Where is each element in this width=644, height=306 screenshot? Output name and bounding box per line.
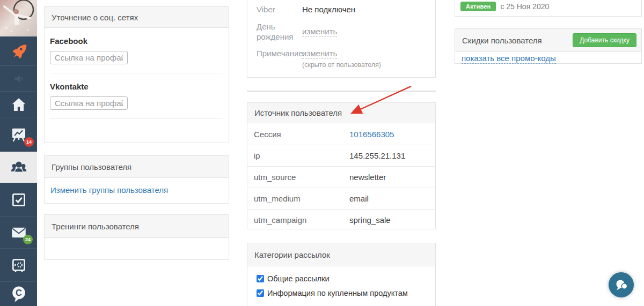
user-status-panel: Активен с 25 Ноя 2020 bbox=[455, 0, 642, 17]
groups-panel-title: Группы пользователя bbox=[52, 162, 131, 171]
categories-panel-body: Общие рассылки Информация по купленным п… bbox=[247, 266, 435, 297]
facebook-label: Facebook bbox=[50, 36, 223, 46]
social-panel-title: Уточнение о соц. сетях bbox=[52, 13, 138, 22]
sidebar-item-broadcasts[interactable] bbox=[0, 65, 37, 91]
utm-source-value: newsletter bbox=[349, 173, 386, 182]
user-trainings-panel: Тренинги пользователя bbox=[44, 214, 229, 260]
general-mailings-checkbox[interactable] bbox=[257, 275, 264, 282]
trainings-panel-title: Тренинги пользователя bbox=[52, 222, 139, 231]
checkbox-row-general: Общие рассылки bbox=[247, 274, 435, 283]
contact-row-birthday: День рождения изменить bbox=[247, 22, 435, 42]
categories-panel-title: Категории рассылок bbox=[254, 250, 330, 259]
rocket-icon bbox=[10, 43, 27, 60]
show-promocodes-link[interactable]: показать все промо-коды bbox=[462, 54, 556, 64]
mailing-categories-panel: Категории рассылок Общие рассылки Информ… bbox=[247, 243, 436, 306]
social-networks-panel: Уточнение о соц. сетях Facebook Vkontakt… bbox=[44, 6, 229, 143]
contact-row-viber: Viber Не подключен bbox=[247, 5, 435, 15]
session-label: Сессия bbox=[254, 130, 349, 139]
tasks-icon bbox=[10, 191, 27, 208]
sidebar-item-mail[interactable]: 24 bbox=[0, 216, 37, 248]
note-label: Примечание bbox=[257, 49, 302, 69]
user-discounts-panel: Скидки пользователя Добавить скидку пока… bbox=[455, 28, 642, 64]
user-groups-panel: Группы пользователя Изменить группы поль… bbox=[44, 155, 229, 204]
table-row: ip 145.255.21.131 bbox=[247, 145, 435, 166]
contact-details-panel: Viber Не подключен День рождения изменит… bbox=[247, 0, 436, 78]
status-since-date: с 25 Ноя 2020 bbox=[500, 2, 549, 11]
megaphone-icon bbox=[12, 72, 26, 86]
utm-medium-value: email bbox=[349, 194, 369, 203]
viber-label: Viber bbox=[257, 5, 302, 15]
status-badge: Активен bbox=[460, 2, 496, 11]
section-divider bbox=[247, 91, 436, 92]
note-hint: (скрыто от пользователя) bbox=[302, 61, 381, 69]
discounts-panel-title: Скидки пользователя bbox=[462, 36, 542, 45]
sidebar-avatar-photo bbox=[0, 0, 37, 36]
divider bbox=[50, 73, 223, 73]
groups-panel-header: Группы пользователя bbox=[45, 156, 229, 178]
checkbox-row-products: Информация по купленным продуктам bbox=[247, 289, 435, 297]
add-discount-button[interactable]: Добавить скидку bbox=[573, 33, 636, 47]
discounts-panel-body: показать все промо-коды bbox=[455, 52, 641, 64]
mail-badge: 24 bbox=[23, 235, 33, 244]
source-table: Сессия 1016566305 ip 145.255.21.131 utm_… bbox=[247, 123, 435, 230]
contact-panel-body: Viber Не подключен День рождения изменит… bbox=[247, 0, 435, 69]
ip-value: 145.255.21.131 bbox=[349, 151, 405, 160]
analytics-badge: 14 bbox=[24, 137, 34, 147]
viber-value: Не подключен bbox=[302, 5, 355, 15]
ip-label: ip bbox=[254, 151, 349, 160]
utm-campaign-label: utm_campaign bbox=[254, 215, 349, 225]
purchased-products-label: Информация по купленным продуктам bbox=[267, 289, 408, 297]
utm-source-label: utm_source bbox=[254, 173, 349, 182]
sidebar-item-payments[interactable] bbox=[0, 248, 37, 281]
categories-panel-header: Категории рассылок bbox=[247, 243, 435, 266]
edit-user-groups-link[interactable]: Изменить группы пользователя bbox=[50, 185, 168, 195]
session-id-link[interactable]: 1016566305 bbox=[349, 130, 394, 139]
safe-icon bbox=[10, 257, 27, 274]
edit-birthday-link[interactable]: изменить bbox=[302, 27, 337, 37]
table-row: utm_campaign spring_sale bbox=[247, 209, 435, 230]
contact-row-note: Примечание изменить (скрыто от пользоват… bbox=[247, 49, 435, 69]
chatium-logo-icon: C bbox=[10, 285, 27, 303]
sidebar-item-launch[interactable] bbox=[0, 36, 37, 65]
general-mailings-label: Общие рассылки bbox=[267, 274, 330, 283]
sidebar: 14 24 bbox=[0, 0, 37, 306]
table-row: Сессия 1016566305 bbox=[247, 123, 435, 145]
trainings-panel-body bbox=[45, 238, 229, 260]
source-panel-title: Источник пользователя bbox=[254, 108, 342, 117]
sidebar-item-analytics[interactable]: 14 bbox=[0, 117, 37, 152]
home-icon bbox=[10, 96, 27, 113]
support-chat-button[interactable] bbox=[609, 272, 634, 297]
divider bbox=[50, 118, 223, 119]
vkontakte-label: Vkontakte bbox=[50, 82, 223, 91]
social-panel-body: Facebook Vkontakte bbox=[45, 28, 229, 119]
facebook-profile-input[interactable] bbox=[50, 51, 128, 64]
utm-campaign-value: spring_sale bbox=[349, 215, 391, 225]
utm-medium-label: utm_medium bbox=[254, 194, 349, 203]
table-row: utm_medium email bbox=[247, 188, 435, 209]
groups-panel-body: Изменить группы пользователя bbox=[45, 178, 229, 202]
birthday-label: День рождения bbox=[257, 22, 302, 42]
discounts-panel-header: Скидки пользователя Добавить скидку bbox=[455, 29, 641, 52]
users-icon bbox=[9, 158, 28, 177]
source-panel-header: Источник пользователя bbox=[247, 103, 435, 123]
svg-text:C: C bbox=[16, 288, 22, 297]
sidebar-item-users[interactable] bbox=[0, 152, 37, 183]
purchased-products-checkbox[interactable] bbox=[257, 289, 264, 297]
sidebar-item-tasks[interactable] bbox=[0, 183, 37, 216]
table-row: utm_source newsletter bbox=[247, 166, 435, 188]
social-panel-header: Уточнение о соц. сетях bbox=[45, 7, 229, 28]
trainings-panel-header: Тренинги пользователя bbox=[45, 215, 229, 238]
sidebar-item-home[interactable] bbox=[0, 91, 37, 117]
avatar-illustration bbox=[0, 0, 37, 36]
edit-note-link[interactable]: изменить bbox=[302, 49, 337, 59]
chat-bubbles-icon bbox=[613, 277, 630, 293]
user-source-panel: Источник пользователя Сессия 1016566305 … bbox=[247, 102, 436, 229]
vkontakte-profile-input[interactable] bbox=[50, 96, 128, 110]
user-profile-page: 14 24 bbox=[0, 0, 644, 306]
sidebar-item-chatium[interactable]: C bbox=[0, 281, 37, 306]
